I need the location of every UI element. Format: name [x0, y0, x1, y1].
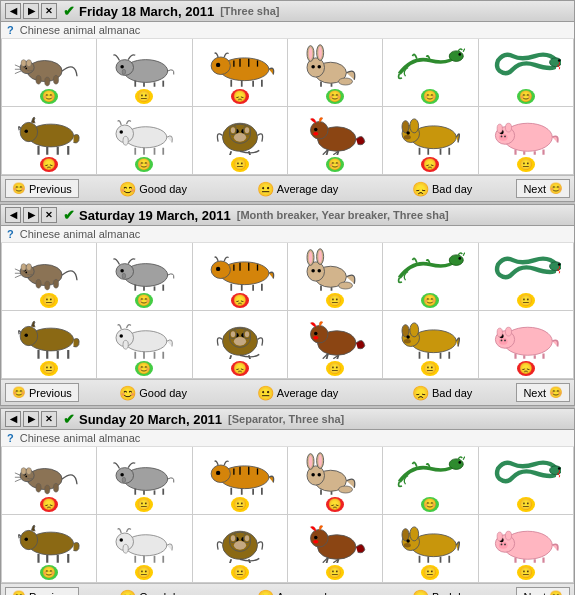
svg-point-117: [123, 273, 127, 278]
legend-average: 😐 Average day: [227, 181, 368, 197]
svg-point-141: [339, 282, 353, 289]
svg-point-113: [26, 272, 28, 274]
svg-point-252: [25, 537, 29, 541]
svg-point-207: [21, 468, 26, 475]
prev-label: Previous: [29, 387, 72, 399]
svg-point-271: [231, 535, 235, 541]
svg-point-177: [314, 332, 318, 336]
nav-icons: ◀ ▶ ✕: [5, 411, 57, 427]
animal-image: [205, 519, 275, 563]
svg-point-194: [499, 338, 508, 345]
animal-cell-monkey: 😐: [193, 515, 288, 583]
svg-point-246: [450, 459, 464, 470]
svg-point-4: [26, 60, 31, 67]
animal-image: [395, 111, 465, 155]
bad-icon: 😞: [412, 181, 429, 197]
svg-point-297: [500, 544, 502, 546]
back-icon[interactable]: ◀: [5, 207, 21, 223]
animal-cell-dragon: 😊: [383, 447, 478, 515]
almanac-label: ? Chinese animal almanac: [1, 22, 574, 39]
avg-label: Average day: [277, 591, 339, 596]
svg-point-111: [45, 281, 50, 290]
animal-image: [395, 43, 465, 87]
svg-point-184: [402, 325, 409, 337]
animal-image: [300, 43, 370, 87]
animal-cell-goat: 😊: [97, 311, 192, 379]
animal-image: [395, 247, 465, 291]
day-header: ◀ ▶ ✕ ✔ Friday 18 March, 2011 [Three sha…: [1, 1, 574, 22]
nav-icons: ◀ ▶ ✕: [5, 207, 57, 223]
bad-icon: 😞: [412, 385, 429, 401]
avg-icon: 😐: [257, 589, 274, 596]
animal-cell-rabbit: 😞: [288, 447, 383, 515]
svg-line-70: [229, 151, 231, 155]
next-label: Next: [523, 591, 546, 596]
animal-cell-tiger: 😞: [193, 39, 288, 107]
svg-point-85: [404, 135, 411, 139]
svg-point-196: [504, 340, 506, 342]
svg-point-124: [216, 267, 220, 271]
svg-point-92: [499, 134, 508, 141]
next-label: Next: [523, 183, 546, 195]
svg-point-45: [558, 59, 561, 62]
forward-icon[interactable]: ▶: [23, 3, 39, 19]
prev-button[interactable]: 😊 Previous: [5, 179, 79, 198]
svg-point-226: [216, 471, 220, 475]
back-icon[interactable]: ◀: [5, 411, 21, 427]
day-note: [Month breaker, Year breaker, Three sha]: [237, 209, 449, 221]
next-button[interactable]: Next 😊: [516, 383, 570, 402]
prev-button[interactable]: 😊 Previous: [5, 587, 79, 595]
svg-point-139: [312, 269, 316, 273]
nav-icons: ◀ ▶ ✕: [5, 3, 57, 19]
forward-icon[interactable]: ▶: [23, 207, 39, 223]
svg-line-109: [15, 275, 21, 278]
close-icon[interactable]: ✕: [41, 207, 57, 223]
svg-point-3: [21, 60, 26, 67]
prev-label: Previous: [29, 183, 72, 195]
svg-point-225: [211, 465, 230, 483]
svg-point-289: [404, 543, 411, 547]
legend-average: 😐 Average day: [227, 589, 368, 596]
animal-cell-goat: 😊: [97, 107, 192, 175]
next-button[interactable]: Next 😊: [516, 587, 570, 595]
svg-point-34: [309, 47, 313, 59]
svg-point-56: [123, 136, 128, 145]
animal-image: [14, 43, 84, 87]
svg-point-55: [120, 130, 124, 134]
svg-point-176: [313, 336, 318, 340]
animals-grid: 😊 😐 �: [1, 39, 574, 175]
next-button[interactable]: Next 😊: [516, 179, 570, 198]
close-icon[interactable]: ✕: [41, 411, 57, 427]
svg-point-106: [26, 264, 31, 271]
svg-point-195: [500, 340, 502, 342]
back-icon[interactable]: ◀: [5, 3, 21, 19]
svg-point-73: [311, 122, 329, 140]
forward-icon[interactable]: ▶: [23, 411, 39, 427]
svg-point-240: [319, 455, 323, 467]
svg-point-215: [26, 476, 28, 478]
svg-line-7: [15, 71, 21, 74]
animal-cell-ox: 😊: [97, 243, 192, 311]
animal-cell-snake: 😐: [479, 243, 574, 311]
legend-good: 😊 Good day: [83, 385, 224, 401]
svg-point-94: [504, 136, 506, 138]
animal-cell-rooster: 😐: [288, 515, 383, 583]
good-label: Good day: [139, 591, 187, 596]
svg-point-157: [120, 334, 124, 338]
close-icon[interactable]: ✕: [41, 3, 57, 19]
svg-point-199: [505, 327, 511, 336]
animal-cell-pig: 😐: [479, 107, 574, 175]
animal-cell-tiger: 😐: [193, 447, 288, 515]
animal-cell-dog: 😞: [383, 107, 478, 175]
nav-bar: 😊 Previous 😊 Good day 😐 Average day 😞 Ba…: [1, 583, 574, 595]
svg-point-287: [410, 527, 419, 541]
next-icon: 😊: [549, 590, 563, 595]
animal-cell-rat: 😊: [2, 39, 97, 107]
day-section-friday: ◀ ▶ ✕ ✔ Friday 18 March, 2011 [Three sha…: [0, 0, 575, 202]
almanac-label: ? Chinese animal almanac: [1, 226, 574, 243]
info-icon: ?: [7, 24, 14, 36]
animal-cell-snake: 😐: [479, 447, 574, 515]
avg-label: Average day: [277, 387, 339, 399]
animal-image: [300, 451, 370, 495]
prev-button[interactable]: 😊 Previous: [5, 383, 79, 402]
